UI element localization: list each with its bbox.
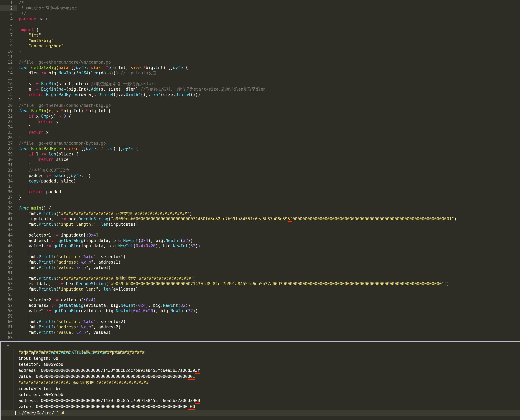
line-number[interactable]: 56 xyxy=(0,297,17,303)
line-number[interactable]: 9 xyxy=(0,43,17,49)
line-number[interactable]: 18 xyxy=(0,92,17,97)
line-number[interactable]: 50 xyxy=(0,265,17,270)
line-number[interactable]: 29 xyxy=(0,151,17,157)
line-number[interactable]: 60 xyxy=(0,319,17,324)
editor-line[interactable]: 55 xyxy=(0,292,520,297)
line-number[interactable]: 62 xyxy=(0,330,17,335)
editor-line[interactable]: 22if x.Cmp(y) > 0 { xyxy=(0,113,520,119)
line-number[interactable]: 40 xyxy=(0,211,17,216)
editor-line[interactable]: 1/* xyxy=(0,0,520,5)
line-number[interactable]: 27 xyxy=(0,141,17,146)
editor-line[interactable]: 16s := BigMin(start, dlen) //取值起始索引,一般情况… xyxy=(0,81,520,86)
line-number[interactable]: 15 xyxy=(0,76,17,81)
line-number[interactable]: 20 xyxy=(0,103,17,108)
line-number[interactable]: 31 xyxy=(0,162,17,168)
line-number[interactable]: 16 xyxy=(0,81,17,86)
line-number[interactable]: 1 xyxy=(0,0,17,5)
line-number[interactable]: 51 xyxy=(0,270,17,276)
line-number[interactable]: 42 xyxy=(0,222,17,227)
line-number[interactable]: 48 xyxy=(0,254,17,259)
line-number[interactable]: 35 xyxy=(0,184,17,189)
line-number[interactable]: 39 xyxy=(0,205,17,211)
line-number[interactable]: 43 xyxy=(0,227,17,232)
line-number[interactable]: 12 xyxy=(0,60,17,65)
editor-line[interactable]: 48fmt.Printf("selector: %x\n", selector1… xyxy=(0,254,520,259)
editor-line[interactable]: 40fmt.Println("##################### 正常数… xyxy=(0,211,520,216)
line-number[interactable]: 3 xyxy=(0,11,17,16)
editor-line[interactable]: 42fmt.Println("input length:", len(input… xyxy=(0,222,520,227)
editor-line[interactable]: 35 xyxy=(0,184,520,189)
line-number[interactable]: 53 xyxy=(0,281,17,286)
editor-line[interactable]: 62fmt.Printf("value: %x\n", value2) xyxy=(0,330,520,335)
line-number[interactable]: 7 xyxy=(0,32,17,38)
editor-line[interactable]: 49fmt.Printf("address: %x\n", address1) xyxy=(0,259,520,265)
editor-line[interactable]: 60fmt.Printf("selector: %x\n", selector2… xyxy=(0,319,520,324)
line-number[interactable]: 23 xyxy=(0,119,17,124)
line-number[interactable]: 25 xyxy=(0,130,17,135)
editor-line[interactable]: 2 * @Author:昏鸦@Knownsec xyxy=(0,5,520,11)
editor-line[interactable]: 6import ( xyxy=(0,27,520,32)
line-number[interactable]: 49 xyxy=(0,259,17,265)
editor-line[interactable]: 29if l <= len(slice) { xyxy=(0,151,520,157)
line-number[interactable]: 57 xyxy=(0,303,17,308)
line-number[interactable]: 8 xyxy=(0,38,17,43)
panel-divider[interactable] xyxy=(0,341,520,342)
editor-line[interactable]: 37} xyxy=(0,195,520,200)
line-number[interactable]: 6 xyxy=(0,27,17,32)
editor-line[interactable]: 11 xyxy=(0,54,520,60)
line-number[interactable]: 54 xyxy=(0,286,17,292)
fold-triangle-icon[interactable]: ▼ xyxy=(7,342,12,349)
editor-line[interactable]: 15 xyxy=(0,76,520,81)
editor-line[interactable]: 34copy(padded, slice) xyxy=(0,178,520,184)
editor-line[interactable]: 10) xyxy=(0,49,520,54)
editor-line[interactable]: 58value2 := getDataBig(evildata, big.New… xyxy=(0,308,520,314)
line-number[interactable]: 46 xyxy=(0,243,17,249)
line-number[interactable]: 58 xyxy=(0,308,17,314)
line-number[interactable]: 34 xyxy=(0,178,17,184)
editor-line[interactable]: 33padded := make([]byte, l) xyxy=(0,173,520,178)
editor-line[interactable]: 47 xyxy=(0,249,520,254)
line-number[interactable]: 44 xyxy=(0,232,17,238)
line-number[interactable]: 41 xyxy=(0,216,17,222)
line-number[interactable]: 30 xyxy=(0,157,17,162)
editor-line[interactable]: 41inputdata, _ := hex.DecodeString("a905… xyxy=(0,216,520,222)
line-number[interactable]: 4 xyxy=(0,16,17,22)
editor-line[interactable]: 59 xyxy=(0,314,520,319)
line-number[interactable]: 37 xyxy=(0,195,17,200)
editor-line[interactable]: 39func main() { xyxy=(0,205,520,211)
editor-line[interactable]: 4package main xyxy=(0,16,520,22)
line-number[interactable]: 52 xyxy=(0,276,17,281)
line-number[interactable]: 22 xyxy=(0,113,17,119)
editor-line[interactable]: 19} xyxy=(0,97,520,103)
line-number[interactable]: 32 xyxy=(0,168,17,173)
line-number[interactable]: 19 xyxy=(0,97,17,103)
editor-line[interactable]: 52fmt.Println("##################### 短地址… xyxy=(0,276,520,281)
editor-line[interactable]: 24} xyxy=(0,124,520,130)
line-number[interactable]: 45 xyxy=(0,238,17,243)
code-editor[interactable]: 1/*2 * @Author:昏鸦@Knownsec3 */4package m… xyxy=(0,0,520,341)
line-number[interactable]: 47 xyxy=(0,249,17,254)
line-number[interactable]: 26 xyxy=(0,135,17,141)
editor-line[interactable]: 28func RightPadBytes(slice []byte, l int… xyxy=(0,146,520,151)
editor-line[interactable]: 50fmt.Printf("value: %x\n", value1) xyxy=(0,265,520,270)
line-number[interactable]: 13 xyxy=(0,65,17,70)
editor-line[interactable]: 44selector1 := inputdata[:0x4] xyxy=(0,232,520,238)
editor-line[interactable]: 26} xyxy=(0,135,520,141)
editor-line[interactable]: 63} xyxy=(0,335,520,340)
editor-line[interactable]: 36return padded xyxy=(0,189,520,195)
line-number[interactable]: 63 xyxy=(0,335,17,340)
line-number[interactable]: 38 xyxy=(0,200,17,205)
editor-line[interactable]: 20//file: go-thereum/common/math/big.go xyxy=(0,103,520,108)
editor-line[interactable]: 57address2 := getDataBig(evildata, big.N… xyxy=(0,303,520,308)
line-number[interactable]: 11 xyxy=(0,54,17,60)
editor-line[interactable]: 51 xyxy=(0,270,520,276)
line-number[interactable]: 55 xyxy=(0,292,17,297)
editor-line[interactable]: 54fmt.Println("inputdata len:", len(evil… xyxy=(0,286,520,292)
editor-line[interactable]: 12//file: go-ethereum/core/vm/common.go xyxy=(0,60,520,65)
editor-line[interactable]: 21func BigMin(x, y *big.Int) *big.Int { xyxy=(0,108,520,113)
editor-line[interactable]: 7"fmt" xyxy=(0,32,520,38)
editor-line[interactable]: 23return y xyxy=(0,119,520,124)
editor-line[interactable]: 3 */ xyxy=(0,11,520,16)
line-number[interactable]: 33 xyxy=(0,173,17,178)
editor-line[interactable]: 46value1 := getDataBig(inputdata, big.Ne… xyxy=(0,243,520,249)
